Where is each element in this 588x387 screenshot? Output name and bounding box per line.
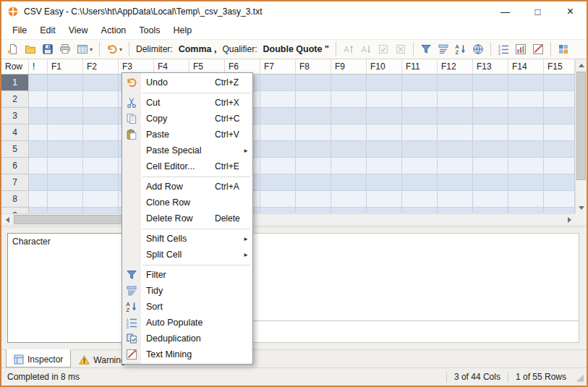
cell[interactable]: [544, 141, 575, 158]
cell[interactable]: [438, 158, 473, 174]
cell[interactable]: [438, 91, 473, 108]
cell[interactable]: [544, 158, 575, 174]
column-header-f6[interactable]: F6: [225, 59, 260, 74]
cell[interactable]: [29, 91, 48, 108]
scroll-down-button[interactable]: [576, 202, 587, 213]
cell[interactable]: [331, 91, 367, 108]
cell[interactable]: [260, 208, 296, 213]
cell[interactable]: [331, 191, 367, 208]
cell[interactable]: [402, 124, 438, 141]
context-shift-cells[interactable]: Shift Cells►: [122, 231, 252, 247]
cell[interactable]: [508, 158, 544, 174]
cell[interactable]: [331, 208, 367, 213]
cell[interactable]: [296, 75, 331, 91]
cell[interactable]: [29, 108, 48, 124]
cell[interactable]: [83, 158, 119, 174]
cell[interactable]: [296, 108, 331, 124]
cell[interactable]: [367, 91, 402, 108]
cell[interactable]: [438, 174, 473, 191]
cell[interactable]: [473, 91, 508, 108]
cell[interactable]: [544, 91, 575, 108]
cell[interactable]: [29, 141, 48, 158]
cell[interactable]: [508, 75, 544, 91]
column-header-f4[interactable]: F4: [154, 59, 189, 74]
chart-button[interactable]: [513, 42, 529, 56]
cell[interactable]: [48, 124, 83, 141]
cell[interactable]: [48, 91, 83, 108]
save-button[interactable]: [40, 42, 56, 56]
cell[interactable]: [260, 75, 296, 91]
cell[interactable]: [83, 141, 119, 158]
cell[interactable]: [367, 174, 402, 191]
row-header-4[interactable]: 4: [1, 124, 29, 141]
column-header-f2[interactable]: F2: [83, 59, 119, 74]
cell[interactable]: [83, 75, 119, 91]
column-header-f8[interactable]: F8: [296, 59, 331, 74]
cell[interactable]: [296, 174, 331, 191]
cell[interactable]: [438, 75, 473, 91]
cell[interactable]: [48, 191, 83, 208]
cell[interactable]: [296, 158, 331, 174]
row-header-3[interactable]: 3: [1, 108, 29, 124]
maximize-button[interactable]: □: [521, 1, 554, 22]
context-paste-special[interactable]: Paste Special►: [122, 143, 252, 158]
cell[interactable]: [544, 208, 575, 213]
cell[interactable]: [296, 141, 331, 158]
cell[interactable]: [402, 158, 438, 174]
context-sort[interactable]: AZSort: [122, 299, 252, 315]
cell[interactable]: [473, 208, 508, 213]
resize-grip[interactable]: ◢: [576, 372, 584, 383]
cell[interactable]: [331, 108, 367, 124]
column-header-warning-flag[interactable]: !: [29, 59, 48, 74]
scroll-left-button[interactable]: [1, 214, 13, 226]
context-add-row[interactable]: Add RowCtrl+A: [122, 179, 252, 195]
column-header-f12[interactable]: F12: [438, 59, 473, 74]
new-file-button[interactable]: [5, 42, 21, 56]
row-header-1[interactable]: 1: [1, 75, 29, 91]
column-header-f15[interactable]: F15: [544, 59, 575, 74]
cell[interactable]: [508, 141, 544, 158]
scroll-right-button[interactable]: [563, 214, 575, 226]
sort-button[interactable]: AZ: [453, 42, 469, 56]
column-header-f14[interactable]: F14: [508, 59, 544, 74]
column-header-f13[interactable]: F13: [473, 59, 508, 74]
menu-file[interactable]: File: [6, 23, 33, 38]
row-header-8[interactable]: 8: [1, 191, 29, 208]
context-auto-populate[interactable]: 123Auto Populate: [122, 315, 252, 331]
row-header-9[interactable]: 9: [1, 208, 29, 213]
cell[interactable]: [473, 141, 508, 158]
cell[interactable]: [367, 75, 402, 91]
cell[interactable]: [473, 75, 508, 91]
context-filter[interactable]: Filter: [122, 267, 252, 283]
cell[interactable]: [544, 108, 575, 124]
print-button[interactable]: [57, 42, 73, 56]
undo-button[interactable]: ▾: [104, 42, 124, 56]
context-split-cell[interactable]: Split Cell►: [122, 247, 252, 263]
vertical-scroll-thumb[interactable]: [576, 72, 586, 180]
menu-help[interactable]: Help: [167, 23, 199, 38]
column-header-f11[interactable]: F11: [402, 59, 438, 74]
auto-populate-button[interactable]: 123: [495, 42, 511, 56]
cell[interactable]: [296, 124, 331, 141]
context-tidy[interactable]: Tidy: [122, 283, 252, 299]
context-text-mining[interactable]: Text Mining: [122, 346, 252, 362]
cell[interactable]: [438, 124, 473, 141]
column-header-f10[interactable]: F10: [367, 59, 402, 74]
cell[interactable]: [367, 124, 402, 141]
column-header-f9[interactable]: F9: [331, 59, 367, 74]
cell[interactable]: [544, 75, 575, 91]
cell[interactable]: [508, 208, 544, 213]
context-cut[interactable]: CutCtrl+X: [122, 95, 252, 111]
cell[interactable]: [402, 91, 438, 108]
cell[interactable]: [260, 174, 296, 191]
cell[interactable]: [296, 91, 331, 108]
context-delete-row[interactable]: Delete RowDelete: [122, 210, 252, 226]
cell[interactable]: [48, 208, 83, 213]
row-header-7[interactable]: 7: [1, 174, 29, 191]
cell[interactable]: [473, 191, 508, 208]
cell[interactable]: [260, 191, 296, 208]
cell[interactable]: [260, 124, 296, 141]
context-clone-row[interactable]: Clone Row: [122, 195, 252, 210]
column-header-f7[interactable]: F7: [260, 59, 296, 74]
cell[interactable]: [473, 158, 508, 174]
